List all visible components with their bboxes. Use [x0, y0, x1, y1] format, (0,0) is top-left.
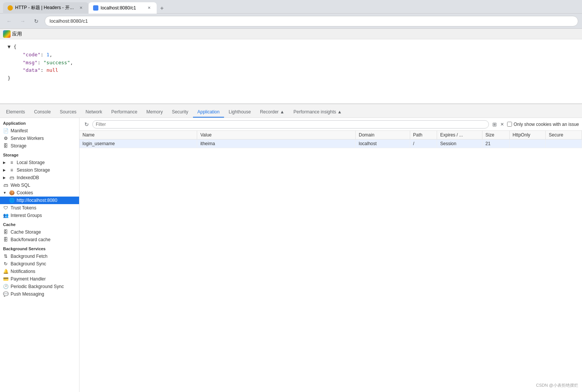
tab-2-title: localhost:8080/c1 [101, 5, 136, 11]
app-label: 应用 [12, 31, 22, 37]
tab-network[interactable]: Network [81, 107, 107, 118]
apps-icon[interactable] [3, 30, 11, 38]
browser-chrome: HTTP - 标题 | Headers - 开发者 ✕ localhost:80… [0, 0, 582, 14]
table-row[interactable]: login_username itheima localhost / Sessi… [79, 139, 582, 148]
cell-name: login_username [79, 139, 197, 148]
cell-value: itheima [197, 139, 356, 148]
cookie-table-body: login_username itheima localhost / Sessi… [79, 139, 582, 148]
tab-application[interactable]: Application [193, 107, 224, 118]
tab-2[interactable]: localhost:8080/c1 ✕ [89, 2, 157, 14]
page-content: ▼ { "code": 1, "msg": "success", "data":… [0, 39, 582, 104]
json-line-4: "data": null [8, 67, 574, 74]
sidebar-item-periodic-bg-sync-label: Periodic Background Sync [11, 284, 64, 289]
address-bar: ← → ↻ localhost:8080/c1 [0, 14, 582, 29]
back-forward-cache-icon: 🗄 [3, 237, 8, 242]
filter-clear-button[interactable]: ✕ [500, 122, 504, 127]
sidebar: Application 📄 Manifest ⚙ Service Workers… [0, 118, 79, 392]
json-line-2: "code": 1, [8, 51, 574, 59]
sidebar-item-periodic-bg-sync[interactable]: 🕐 Periodic Background Sync [0, 283, 79, 290]
tab-recorder[interactable]: Recorder ▲ [255, 107, 289, 118]
json-line-5: } [8, 74, 574, 82]
cell-httponly [509, 139, 546, 148]
sidebar-item-back-forward-cache[interactable]: 🗄 Back/forward cache [0, 236, 79, 243]
url-bar[interactable]: localhost:8080/c1 [45, 16, 578, 26]
cookie-table-header: Name Value Domain Path Expires / ... Siz… [79, 131, 582, 139]
sidebar-item-push-messaging-label: Push Messaging [11, 291, 44, 297]
background-sync-icon: ↻ [3, 261, 8, 266]
sidebar-item-cache-storage-label: Cache Storage [11, 229, 41, 235]
tab-elements[interactable]: Elements [2, 107, 30, 118]
sidebar-item-background-fetch[interactable]: ⇅ Background Fetch [0, 253, 79, 260]
sidebar-item-manifest[interactable]: 📄 Manifest [0, 127, 79, 135]
col-header-expires: Expires / ... [437, 131, 482, 139]
sidebar-item-local-storage-label: Local Storage [17, 160, 45, 165]
session-storage-expand-icon: ▶ [3, 168, 7, 172]
sidebar-item-interest-groups[interactable]: 👥 Interest Groups [0, 212, 79, 219]
sidebar-item-session-storage[interactable]: ▶ ≡ Session Storage [0, 166, 79, 174]
forward-button[interactable]: → [17, 16, 28, 26]
sidebar-item-indexeddb-label: IndexedDB [17, 175, 39, 180]
refresh-button[interactable]: ↻ [31, 16, 42, 26]
filter-options-icon[interactable]: ⊞ [490, 120, 499, 129]
main-content-area: ↻ ⊞ ✕ Only show cookies with an issue Na… [79, 118, 582, 392]
col-header-name: Name [79, 131, 197, 139]
cookie-table: Name Value Domain Path Expires / ... Siz… [79, 131, 582, 148]
cache-storage-icon: 🗄 [3, 229, 8, 235]
filter-refresh-button[interactable]: ↻ [82, 120, 91, 129]
sidebar-item-web-sql[interactable]: 🗃 Web SQL [0, 181, 79, 189]
url-text: localhost:8080/c1 [50, 18, 88, 24]
push-messaging-icon: 💬 [3, 291, 8, 297]
tab-memory[interactable]: Memory [142, 107, 167, 118]
sidebar-item-cache-storage[interactable]: 🗄 Cache Storage [0, 228, 79, 236]
section-header-cache: Cache [0, 219, 79, 228]
local-storage-icon: ≡ [9, 160, 14, 165]
indexeddb-icon: 🗃 [9, 175, 14, 180]
filter-input[interactable] [92, 120, 489, 129]
back-button[interactable]: ← [4, 16, 14, 26]
sidebar-item-session-storage-label: Session Storage [17, 167, 50, 173]
col-header-path: Path [410, 131, 437, 139]
tab-1[interactable]: HTTP - 标题 | Headers - 开发者 ✕ [3, 2, 89, 14]
watermark: CSDN @小表拒绝摆烂 [536, 383, 578, 388]
sidebar-item-local-storage[interactable]: ▶ ≡ Local Storage [0, 159, 79, 166]
tab-performance-insights[interactable]: Performance insights ▲ [289, 107, 347, 118]
cell-path: / [410, 139, 437, 148]
section-header-application: Application [0, 118, 79, 127]
notifications-icon: 🔔 [3, 269, 8, 274]
tab-1-close[interactable]: ✕ [78, 5, 84, 11]
only-issues-checkbox[interactable] [507, 122, 512, 127]
section-header-storage: Storage [0, 150, 79, 159]
only-issues-label[interactable]: Only show cookies with an issue [514, 122, 579, 127]
web-sql-icon: 🗃 [3, 183, 8, 188]
cookies-expand-icon: ▼ [3, 191, 7, 195]
manifest-icon: 📄 [3, 128, 8, 133]
sidebar-item-cookies-localhost[interactable]: 🌐 http://localhost:8080 [0, 197, 79, 204]
sidebar-item-payment-handler-label: Payment Handler [11, 276, 46, 282]
tab-performance[interactable]: Performance [107, 107, 142, 118]
tab-security[interactable]: Security [167, 107, 193, 118]
sidebar-item-notifications[interactable]: 🔔 Notifications [0, 268, 79, 275]
trust-tokens-icon: 🛡 [3, 205, 8, 211]
sidebar-item-indexeddb[interactable]: ▶ 🗃 IndexedDB [0, 174, 79, 181]
new-tab-button[interactable]: + [157, 3, 167, 14]
col-header-secure: Secure [546, 131, 582, 139]
tab-2-close[interactable]: ✕ [146, 5, 152, 11]
tab-sources[interactable]: Sources [55, 107, 81, 118]
cell-domain: localhost [356, 139, 410, 148]
sidebar-item-background-sync[interactable]: ↻ Background Sync [0, 260, 79, 268]
sidebar-item-service-workers[interactable]: ⚙ Service Workers [0, 135, 79, 142]
sidebar-item-storage-app[interactable]: 🗄 Storage [0, 142, 79, 150]
sidebar-item-trust-tokens[interactable]: 🛡 Trust Tokens [0, 204, 79, 212]
sidebar-item-cookies[interactable]: ▼ 🍪 Cookies [0, 189, 79, 197]
sidebar-item-payment-handler[interactable]: 💳 Payment Handler [0, 275, 79, 283]
browser-toolbar: 应用 [0, 29, 582, 39]
section-header-bg-services: Background Services [0, 243, 79, 253]
tab-console[interactable]: Console [30, 107, 55, 118]
cookies-icon: 🍪 [9, 190, 14, 195]
sidebar-item-push-messaging[interactable]: 💬 Push Messaging [0, 290, 79, 298]
sidebar-item-background-sync-label: Background Sync [11, 261, 46, 266]
tab-lighthouse[interactable]: Lighthouse [224, 107, 255, 118]
tab-2-icon [93, 5, 98, 11]
col-header-value: Value [197, 131, 356, 139]
cell-secure [546, 139, 582, 148]
